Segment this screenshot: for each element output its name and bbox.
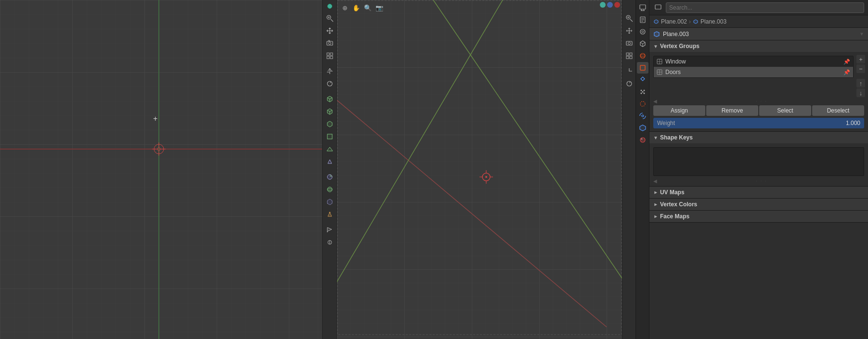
shape-keys-header[interactable]: ▼ Shape Keys xyxy=(649,132,868,143)
toolbar-pan[interactable] xyxy=(324,25,336,37)
toolbar-camera[interactable] xyxy=(324,38,336,49)
nav-rotate-widget[interactable]: ⊕ xyxy=(340,3,350,13)
vertex-groups-title: Vertex Groups xyxy=(660,43,700,50)
toolbar-cube-c[interactable] xyxy=(324,118,336,130)
svg-line-44 xyxy=(630,19,633,22)
props-tab-constraints[interactable] xyxy=(637,110,648,122)
props-tab-particles[interactable] xyxy=(637,86,648,98)
props-tab-physics[interactable] xyxy=(637,98,648,110)
props-tab-object[interactable] xyxy=(637,62,648,74)
svg-rect-49 xyxy=(626,53,629,55)
properties-side-tabs xyxy=(636,0,649,339)
toolbar-grid[interactable] xyxy=(324,50,336,62)
vertex-group-doors-pin[interactable]: 📌 xyxy=(843,69,850,75)
select-button[interactable]: Select xyxy=(759,105,811,116)
toolbar-sphere[interactable] xyxy=(324,184,336,195)
properties-panel: Plane.002 › Plane.003 Plane.003 ▼ xyxy=(635,0,868,339)
nav-zoom-widget[interactable]: 🔍 xyxy=(363,3,373,13)
props-tab-data[interactable] xyxy=(637,122,648,134)
list-add-btn[interactable]: + xyxy=(856,55,865,63)
props-tab-material[interactable] xyxy=(637,134,648,146)
svg-rect-20 xyxy=(327,56,329,59)
props-tab-render[interactable] xyxy=(637,2,648,13)
vertex-group-item-doors[interactable]: Doors 📌 xyxy=(654,67,853,77)
vertex-group-window-pin[interactable]: 📌 xyxy=(843,59,850,65)
breadcrumb-child[interactable]: Plane.003 xyxy=(693,18,726,25)
vertex-group-doors-label: Doors xyxy=(665,69,841,75)
deselect-button[interactable]: Deselect xyxy=(812,105,864,116)
toolbar-cube-d[interactable] xyxy=(324,131,336,142)
svg-rect-19 xyxy=(330,53,333,55)
3d-tool-zoom[interactable] xyxy=(623,13,635,24)
vertex-colors-header[interactable]: ▼ Vertex Colors xyxy=(649,199,868,210)
toolbar-box-select[interactable] xyxy=(324,196,336,208)
svg-point-73 xyxy=(641,138,642,140)
vertex-group-item-window[interactable]: Window 📌 xyxy=(654,56,853,67)
toolbar-special-a[interactable] xyxy=(324,209,336,220)
props-tab-scene[interactable] xyxy=(637,38,648,50)
shape-keys-nav-left[interactable]: ◀ xyxy=(653,178,657,184)
list-move-down-btn[interactable]: ↓ xyxy=(856,88,865,97)
list-remove-btn[interactable]: − xyxy=(856,64,865,73)
weight-field[interactable]: Weight 1.000 xyxy=(653,118,864,128)
uv-maps-header[interactable]: ▼ UV Maps xyxy=(649,187,868,198)
list-nav: ◀ · · · xyxy=(651,98,866,104)
svg-rect-32 xyxy=(337,0,635,339)
svg-marker-28 xyxy=(327,227,332,232)
3d-tool-rotate[interactable] xyxy=(623,78,635,89)
list-move-up-btn[interactable]: ↑ xyxy=(856,79,865,88)
props-tab-output[interactable] xyxy=(637,14,648,25)
shape-keys-arrow: ▼ xyxy=(653,135,658,140)
weight-row: Weight 1.000 xyxy=(651,117,866,129)
svg-rect-51 xyxy=(626,56,629,59)
color-dot-red xyxy=(614,2,620,8)
props-tab-modifier[interactable] xyxy=(637,74,648,86)
3d-tool-pan[interactable] xyxy=(623,25,635,37)
object-expand-btn[interactable]: ▼ xyxy=(859,31,864,37)
toolbar-flag[interactable] xyxy=(324,224,336,236)
left-viewport[interactable]: + xyxy=(0,0,323,339)
search-input[interactable] xyxy=(666,2,864,13)
toolbar-tool-bottom[interactable] xyxy=(324,237,336,248)
assign-button[interactable]: Assign xyxy=(653,105,705,116)
toolbar-cube-f[interactable] xyxy=(324,156,336,167)
remove-button[interactable]: Remove xyxy=(706,105,758,116)
right-viewport[interactable]: ⊕ ✋ 🔍 📷 xyxy=(337,0,635,339)
toolbar-cube-b[interactable] xyxy=(324,106,336,117)
props-tab-view-layer[interactable] xyxy=(637,26,648,38)
weight-value: 1.000 xyxy=(846,120,860,126)
svg-rect-18 xyxy=(327,53,329,55)
vertex-groups-header[interactable]: ▼ Vertex Groups xyxy=(649,40,868,52)
view-icon[interactable] xyxy=(653,3,663,13)
3d-tool-grid[interactable] xyxy=(623,50,635,62)
properties-scroll-area[interactable]: ▼ Vertex Groups xyxy=(649,40,868,339)
face-maps-section: ▼ Face Maps xyxy=(649,211,868,223)
vertex-group-action-buttons: Assign Remove Select Deselect xyxy=(651,104,866,117)
list-nav-dots: · · · xyxy=(659,99,864,104)
list-nav-left[interactable]: ◀ xyxy=(653,99,657,104)
toolbar-rotate[interactable] xyxy=(324,78,336,89)
vertex-groups-list: Window 📌 xyxy=(651,54,855,98)
vertex-colors-arrow: ▼ xyxy=(653,202,658,207)
nav-pan-widget[interactable]: ✋ xyxy=(351,3,361,13)
toolbar-cube-e[interactable] xyxy=(324,143,336,155)
svg-point-27 xyxy=(329,212,330,213)
shape-keys-section: ▼ Shape Keys ◀ · · · xyxy=(649,132,868,187)
3d-tool-camera[interactable] xyxy=(623,38,635,49)
breadcrumb-parent[interactable]: Plane.002 xyxy=(653,18,687,25)
svg-point-16 xyxy=(328,42,331,45)
toolbar-zoom[interactable] xyxy=(324,13,336,24)
toolbar-transform[interactable] xyxy=(324,65,336,77)
3d-tool-move[interactable] xyxy=(623,65,635,77)
svg-point-22 xyxy=(327,81,332,86)
vertex-groups-list-container: Window 📌 xyxy=(651,54,866,98)
vertex-groups-content: Window 📌 xyxy=(649,52,868,131)
toolbar-cube-a[interactable] xyxy=(324,93,336,105)
svg-rect-21 xyxy=(330,56,333,59)
face-maps-header[interactable]: ▼ Face Maps xyxy=(649,211,868,222)
green-dot-indicator xyxy=(327,4,332,9)
props-tab-world[interactable] xyxy=(637,50,648,62)
properties-header xyxy=(649,0,868,15)
nav-camera-widget[interactable]: 📷 xyxy=(375,3,384,13)
toolbar-pie[interactable] xyxy=(324,171,336,183)
